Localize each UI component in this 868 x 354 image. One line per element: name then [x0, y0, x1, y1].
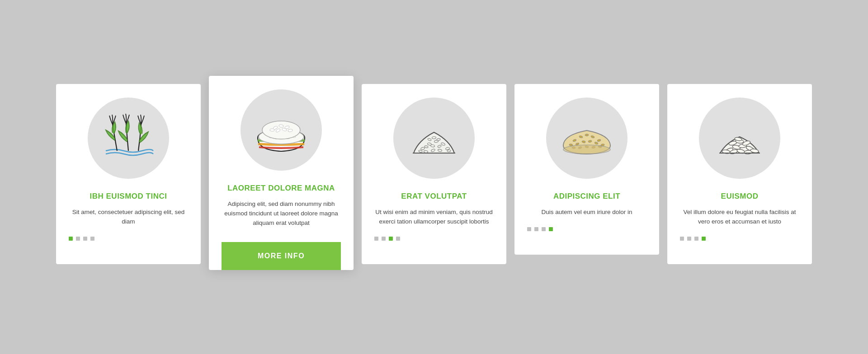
dot-5-4 — [702, 237, 706, 241]
card-5-body: Vel illum dolore eu feugiat nulla facili… — [680, 208, 799, 227]
dot-1-4 — [90, 237, 94, 241]
card-3-dots — [374, 237, 400, 252]
dot-1-3 — [83, 237, 87, 241]
dot-3-1 — [374, 237, 378, 241]
card-3-body: Ut wisi enim ad minim veniam, quis nostr… — [374, 208, 494, 227]
card-2: LAOREET DOLORE MAGNA Adipiscing elit, se… — [209, 76, 354, 270]
dot-4-2 — [534, 227, 538, 231]
icon-circle-2 — [241, 89, 322, 171]
dot-3-4 — [396, 237, 400, 241]
dot-3-3 — [389, 237, 393, 241]
dot-3-2 — [382, 237, 386, 241]
icon-circle-4 — [546, 98, 627, 179]
svg-point-53 — [563, 145, 610, 154]
card-2-title: LAOREET DOLORE MAGNA — [227, 183, 335, 193]
dot-5-2 — [687, 237, 691, 241]
rice-pile-icon — [405, 113, 463, 163]
more-info-button[interactable]: MORE INFO — [222, 242, 341, 270]
card-3: ERAT VOLUTPAT Ut wisi enim ad minim veni… — [362, 84, 506, 264]
card-5: EUISMOD Vel illum dolore eu feugiat null… — [667, 84, 812, 264]
card-1: IBH EUISMOD TINCI Sit amet, consectetuer… — [56, 84, 201, 264]
card-2-body: Adipiscing elit, sed diam nonummy nibh e… — [222, 200, 341, 228]
card-1-body: Sit amet, consectetuer adipiscing elit, … — [69, 208, 188, 227]
card-4-body: Duis autem vel eum iriure dolor in — [541, 208, 632, 217]
sesame-bun-icon — [557, 113, 616, 163]
card-5-dots — [680, 237, 706, 252]
rice-grains-icon — [710, 113, 769, 163]
card-1-title: IBH EUISMOD TINCI — [90, 191, 167, 201]
dot-4-3 — [542, 227, 546, 231]
dot-4-1 — [527, 227, 531, 231]
card-4: ADIPISCING ELIT Duis autem vel eum iriur… — [514, 84, 659, 255]
rice-bowl-icon — [252, 105, 311, 155]
svg-point-11 — [262, 121, 300, 139]
icon-circle-5 — [699, 98, 780, 179]
dot-4-4 — [549, 227, 553, 231]
dot-1-1 — [69, 237, 73, 241]
svg-point-39 — [585, 134, 589, 136]
icon-circle-3 — [393, 98, 475, 179]
svg-point-28 — [447, 149, 451, 152]
svg-point-32 — [432, 136, 436, 139]
card-4-dots — [527, 227, 553, 242]
icon-circle-1 — [88, 98, 169, 179]
rice-plant-icon — [101, 111, 156, 165]
card-5-title: EUISMOD — [721, 191, 759, 201]
dot-1-2 — [76, 237, 80, 241]
card-4-title: ADIPISCING ELIT — [553, 191, 620, 201]
cards-container: IBH EUISMOD TINCI Sit amet, consectetuer… — [29, 66, 839, 289]
card-3-title: ERAT VOLUTPAT — [401, 191, 467, 201]
svg-point-15 — [270, 128, 274, 131]
card-1-dots — [69, 237, 94, 252]
dot-5-3 — [694, 237, 698, 241]
dot-5-1 — [680, 237, 684, 241]
